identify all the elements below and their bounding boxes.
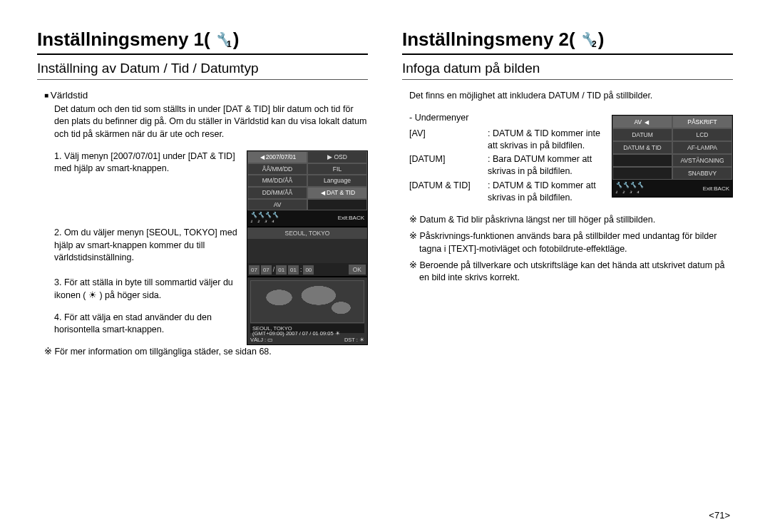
submenu-row-datetime: [DATUM & TID] : DATUM & TID kommer att s… <box>409 180 605 205</box>
left-heading-2: Inställning av Datum / Tid / Datumtyp <box>37 61 368 80</box>
step3-text: 3. För att ställa in byte till sommartid… <box>54 277 238 302</box>
right-note-3: Beroende på tillverkare och utskriftsläg… <box>409 260 733 285</box>
left-h1-text: Inställningsmeny 1( <box>37 29 210 51</box>
right-h1-text: Inställningsmeny 2( <box>402 29 575 51</box>
right-note-1: Datum & Tid blir påskrivna längst ner ti… <box>409 214 733 226</box>
lcd-screenshot-2: SEOUL, TOKYO 07 07 / 01 01 : 00 OK <box>247 227 368 277</box>
submenu-row-date: [DATUM] : Bara DATUM kommer att skrivas … <box>409 153 605 178</box>
lcd-screenshot-imprint: AV ◀ PÅSKRIFT DATUM LCD DATUM & TID AF-L… <box>612 115 733 198</box>
step1-text: 1. Välj menyn [2007/07/01] under [DAT & … <box>54 150 238 175</box>
right-note-2: Påskrivnings-funktionen används bara på … <box>409 230 733 255</box>
step34-row: 3. För att ställa in byte till sommartid… <box>54 277 368 346</box>
left-column: Inställningsmeny 1( 1 ) Inställning av D… <box>37 29 368 363</box>
right-intro: Det finns en möjlighet att inkludera DAT… <box>409 90 733 102</box>
submenu-row-off: [AV] : DATUM & TID kommer inte att skriv… <box>409 128 605 153</box>
left-heading-1: Inställningsmeny 1( 1 ) <box>37 29 368 55</box>
worldtime-subheading: Världstid <box>44 90 368 101</box>
lcd-screenshot-1: ◀2007/07/01 ▶ OSD ÅÅ/MM/DD FIL MM/DD/ÅÅ … <box>247 150 368 227</box>
step1-row: 1. Välj menyn [2007/07/01] under [DAT & … <box>54 150 368 227</box>
step4-text: 4. För att välja en stad använder du den… <box>54 312 238 337</box>
left-h1-close: ) <box>233 29 240 51</box>
step2-row: 2. Om du väljer menyn [SEOUL, TOKYO] med… <box>54 227 368 277</box>
lcd-screenshot-map: SEOUL, TOKYO (GMT+09:00) 2007 / 07 / 01 … <box>247 277 368 345</box>
left-footnote: För mer information om tillgängliga städ… <box>44 346 368 358</box>
wrench-2-icon: 2 <box>580 33 594 47</box>
right-heading-1: Inställningsmeny 2( 2 ) <box>402 29 733 55</box>
wrench-1-icon: 1 <box>215 33 229 47</box>
worldtime-intro: Det datum och den tid som ställts in und… <box>54 103 368 140</box>
right-h1-close: ) <box>598 29 605 51</box>
step2-text: 2. Om du väljer menyn [SEOUL, TOKYO] med… <box>54 227 238 264</box>
right-heading-2: Infoga datum på bilden <box>402 61 733 80</box>
world-map-graphic <box>250 280 364 323</box>
right-column: Inställningsmeny 2( 2 ) Infoga datum på … <box>402 29 733 363</box>
page-number: <71> <box>709 510 730 521</box>
